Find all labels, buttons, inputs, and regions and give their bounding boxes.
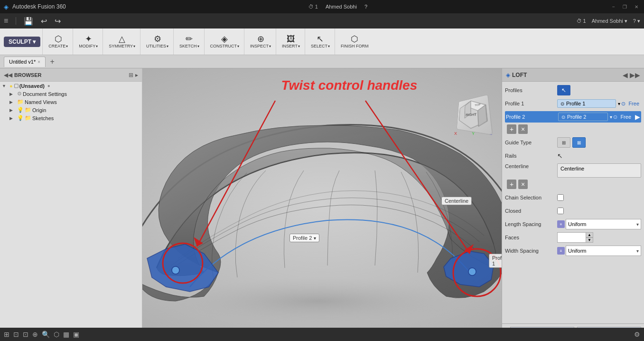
- statusbar-icon-2[interactable]: ⊡: [13, 331, 19, 338]
- insert-btn[interactable]: 🖼 INSERT ▾: [279, 34, 303, 49]
- settings-icon[interactable]: ⚙: [634, 331, 640, 338]
- closed-checkbox[interactable]: [557, 208, 564, 214]
- length-spacing-dropdown[interactable]: Uniform ▾: [566, 219, 641, 229]
- document-tab[interactable]: Untitled v1* ×: [4, 57, 46, 67]
- redo-btn[interactable]: ↪: [55, 17, 61, 26]
- minimize-btn[interactable]: −: [610, 3, 617, 10]
- statusbar-icon-4[interactable]: ⊕: [32, 331, 38, 338]
- symmetry-label: SYMMETRY ▾: [109, 44, 135, 48]
- toolbar-construct-group: ◈ CONSTRUCT ▾: [205, 28, 245, 55]
- profile1-row[interactable]: ⊙ Profile 1: [557, 99, 616, 108]
- tree-item-root[interactable]: ▼ ● ▢ (Unsaved) ●: [0, 82, 142, 90]
- remove-profile-btn[interactable]: ×: [518, 124, 528, 134]
- width-spacing-arrow: ▾: [636, 248, 639, 254]
- faces-input[interactable]: 8: [557, 232, 586, 243]
- faces-decrement-btn[interactable]: ▼: [586, 237, 593, 243]
- statusbar-icon-7[interactable]: ▦: [63, 331, 69, 338]
- statusbar-icon-3[interactable]: ⊡: [23, 331, 28, 338]
- app-menu-btn[interactable]: ≡: [4, 17, 8, 25]
- modify-btn[interactable]: ✦ MODIFY ▾: [76, 34, 101, 49]
- profile2-row-label: Profile 2: [567, 114, 586, 120]
- create-btn[interactable]: ⬡ CREATE ▾: [46, 34, 71, 49]
- profiles-select-btn[interactable]: ↖: [557, 85, 570, 95]
- select-btn[interactable]: ↖ SELECT ▾: [308, 34, 333, 49]
- tree-item-label: (Unsaved): [19, 83, 45, 89]
- profile2-close-btn[interactable]: ▶: [635, 113, 640, 121]
- tree-item-doc-settings[interactable]: ▶ ⚙ Document Settings: [0, 90, 142, 98]
- statusbar-icon-6[interactable]: ⬡: [54, 331, 59, 338]
- loft-centerline-label: Centerline: [505, 163, 557, 169]
- remove-centerline-btn[interactable]: ×: [518, 180, 528, 189]
- nav-cube[interactable]: RIGHT TOP X Y Z: [454, 97, 492, 144]
- toolbar-select-group: ↖ SELECT ▾: [306, 28, 335, 55]
- canvas-area[interactable]: Twist control handles Centerline Profile…: [142, 68, 502, 341]
- tree-item-named-views[interactable]: ▶ 📁 Named Views: [0, 98, 142, 106]
- faces-spinner: 8 ▲ ▼: [557, 232, 593, 243]
- guide-type-rails-btn[interactable]: ⊞: [557, 137, 570, 148]
- utilities-label: UTILITIES ▾: [146, 44, 168, 48]
- undo-btn[interactable]: ↩: [41, 17, 47, 26]
- profile2-dropdown-btn[interactable]: ▾: [610, 114, 612, 120]
- loft-panel-title: LOFT: [512, 72, 621, 78]
- browser-tree: ▼ ● ▢ (Unsaved) ● ▶ ⚙ Document Settings …: [0, 82, 142, 328]
- help-btn[interactable]: ?: [364, 4, 367, 9]
- guide-type-centerline-btn[interactable]: ⊠: [572, 137, 586, 148]
- tab-close-btn[interactable]: ×: [37, 59, 40, 65]
- add-profile-btn[interactable]: +: [507, 124, 516, 134]
- history-btn[interactable]: ⏱ 1: [577, 18, 586, 24]
- faces-increment-btn[interactable]: ▲: [586, 232, 593, 237]
- loft-closed-label: Closed: [505, 208, 557, 214]
- profile2-row[interactable]: ⊙ Profile 2: [558, 113, 608, 121]
- folder-icon: ▢: [14, 83, 19, 89]
- sketch-label: SKETCH ▾: [179, 44, 199, 48]
- sculpt-btn[interactable]: SCULPT ▾: [4, 37, 40, 47]
- tree-item-origin[interactable]: ▶ 💡 📁 Origin: [0, 106, 142, 114]
- add-centerline-btn[interactable]: +: [507, 180, 516, 189]
- user-dropdown[interactable]: Ahmed Sobhi ▾: [592, 18, 627, 24]
- browser-collapse-btn[interactable]: ◀◀: [4, 72, 12, 78]
- statusbar-icon-5[interactable]: 🔍: [42, 331, 50, 338]
- visibility-icon[interactable]: ●: [47, 83, 50, 88]
- symmetry-btn[interactable]: △ SYMMETRY ▾: [106, 34, 138, 49]
- loft-faces-field: 8 ▲ ▼: [557, 232, 641, 243]
- loft-expand-right-btn[interactable]: ▶▶: [630, 71, 640, 79]
- app-title: Autodesk Fusion 360: [12, 3, 66, 10]
- loft-expand-left-btn[interactable]: ◀: [623, 71, 628, 79]
- browser-sidebar: ◀◀ BROWSER ⊞ ▸ ▼ ● ▢ (Unsaved) ● ▶ ⚙ Doc…: [0, 68, 142, 341]
- select-icon: ↖: [317, 35, 324, 43]
- toolbar-symmetry-group: △ SYMMETRY ▾: [104, 28, 140, 55]
- maximize-btn[interactable]: ❐: [621, 3, 629, 10]
- profile2-dropdown-arrow[interactable]: ▾: [314, 236, 316, 241]
- statusbar-icon-1[interactable]: ⊞: [4, 331, 9, 338]
- width-spacing-dropdown[interactable]: Uniform ▾: [566, 246, 641, 256]
- statusbar-icon-8[interactable]: ▣: [73, 331, 79, 338]
- save-btn[interactable]: 💾: [24, 17, 33, 26]
- utilities-icon: ⚙: [154, 35, 161, 43]
- finish-form-btn[interactable]: ⬡ FINISH FORM: [338, 34, 372, 49]
- inspect-btn[interactable]: ⊕ INSPECT ▾: [247, 34, 274, 49]
- sketch-btn[interactable]: ✏ SKETCH ▾: [177, 34, 202, 49]
- toolbar-insert-group: 🖼 INSERT ▾: [277, 28, 305, 55]
- chain-selection-checkbox[interactable]: [557, 194, 564, 201]
- centerline-popup-text: Centerline: [445, 198, 468, 204]
- browser-pin-btn[interactable]: ⊞: [129, 72, 133, 78]
- browser-close-btn[interactable]: ▸: [135, 72, 138, 78]
- help-dropdown[interactable]: ? ▾: [633, 18, 640, 24]
- loft-profile2-label: Profile 2: [506, 114, 558, 120]
- tree-item-origin-label: Origin: [32, 107, 46, 113]
- loft-length-spacing-label: Length Spacing: [505, 221, 557, 227]
- gear-icon: ⚙: [17, 91, 22, 97]
- profile1-dropdown-btn[interactable]: ▾: [618, 101, 620, 106]
- nav-cube-face[interactable]: RIGHT TOP: [457, 95, 493, 136]
- utilities-btn[interactable]: ⚙ UTILITIES ▾: [143, 34, 171, 49]
- construct-btn[interactable]: ◈ CONSTRUCT ▾: [207, 34, 243, 49]
- user-menu[interactable]: Ahmed Sobhi: [326, 4, 357, 9]
- tree-item-sketches[interactable]: ▶ 💡 📁 Sketches: [0, 114, 142, 122]
- svg-point-2: [172, 266, 179, 274]
- close-btn[interactable]: ✕: [633, 3, 640, 10]
- folder-icon-views: 📁: [17, 99, 24, 105]
- finish-icon: ⬡: [351, 35, 358, 43]
- profile2-popup-text: Profile 2: [293, 235, 312, 241]
- new-tab-btn[interactable]: +: [47, 57, 57, 66]
- construct-label: CONSTRUCT ▾: [210, 44, 240, 48]
